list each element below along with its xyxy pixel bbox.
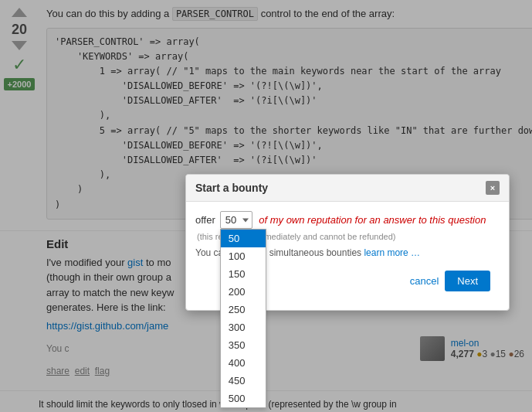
- offer-select-container: 50 100 150 200 250 300 350 400 450 500 5…: [220, 211, 252, 229]
- dropdown-item-200[interactable]: 200: [221, 283, 266, 301]
- offer-row: offer 50 100 150 200 250 300 350 400 450…: [195, 211, 500, 229]
- dropdown-list: 50 100 150 200 250 300 350 400 450 500: [220, 229, 266, 408]
- select-display[interactable]: 50: [220, 211, 252, 229]
- cancel-link[interactable]: cancel: [410, 275, 439, 287]
- dropdown-item-300[interactable]: 300: [221, 318, 266, 336]
- dropdown-item-50[interactable]: 50: [221, 230, 266, 247]
- bounty-modal: Start a bounty × offer 50 100 150 200 25…: [185, 174, 510, 311]
- offer-suffix: of my own reputation for an answer to th…: [259, 214, 486, 226]
- dropdown-item-250[interactable]: 250: [221, 301, 266, 318]
- offer-label: offer: [195, 214, 215, 226]
- learn-more-link[interactable]: learn more …: [364, 247, 420, 258]
- modal-header: Start a bounty ×: [186, 175, 509, 202]
- next-button[interactable]: Next: [445, 271, 490, 291]
- modal-body: offer 50 100 150 200 250 300 350 400 450…: [186, 202, 509, 310]
- dropdown-item-500[interactable]: 500: [221, 390, 266, 407]
- dropdown-item-350[interactable]: 350: [221, 336, 266, 354]
- dropdown-item-450[interactable]: 450: [221, 372, 266, 390]
- learn-more-text: learn more …: [364, 247, 420, 258]
- dropdown-item-100[interactable]: 100: [221, 247, 266, 265]
- dropdown-item-150[interactable]: 150: [221, 265, 266, 283]
- dropdown-item-400[interactable]: 400: [221, 354, 266, 372]
- modal-close-button[interactable]: ×: [486, 181, 500, 195]
- modal-title: Start a bounty: [195, 182, 268, 194]
